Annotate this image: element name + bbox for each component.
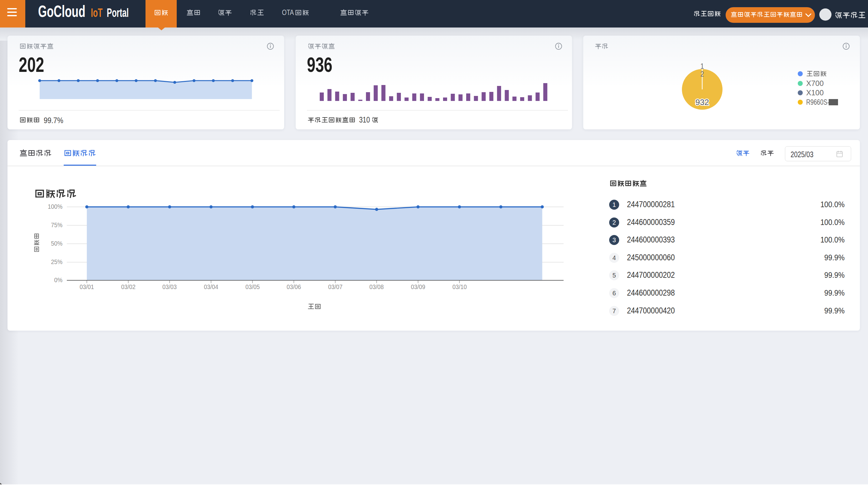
svg-text:932: 932	[695, 97, 709, 107]
